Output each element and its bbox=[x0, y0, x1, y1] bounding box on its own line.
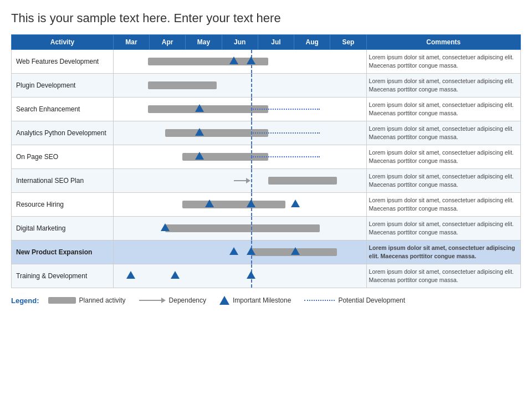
comment-1: Lorem ipsum dolor sit amet, consectetuer… bbox=[366, 50, 520, 74]
page: This is your sample text here. Enter you… bbox=[0, 0, 532, 399]
legend-dependency-label: Dependency bbox=[169, 296, 206, 304]
milestone bbox=[291, 200, 300, 207]
milestone bbox=[229, 247, 238, 255]
comment-4: Lorem ipsum dolor sit amet, consectetuer… bbox=[366, 121, 520, 145]
comment-7: Lorem ipsum dolor sit amet, consectetuer… bbox=[366, 193, 520, 217]
gantt-row-5 bbox=[113, 145, 366, 169]
col-jun: Jun bbox=[222, 35, 258, 50]
activity-name-10: Training & Development bbox=[12, 264, 114, 288]
dotted-line bbox=[251, 132, 320, 134]
activity-name-6: International SEO Plan bbox=[12, 169, 114, 193]
jul-dashed-line bbox=[251, 169, 252, 192]
gantt-row-6 bbox=[113, 169, 366, 193]
jul-dashed-line bbox=[251, 145, 252, 168]
milestone bbox=[126, 271, 135, 279]
gantt-row-2 bbox=[113, 74, 366, 98]
legend-arrow-line bbox=[139, 300, 161, 301]
comment-10: Lorem ipsum dolor sit amet, consectetuer… bbox=[366, 264, 520, 288]
col-activity: Activity bbox=[12, 35, 114, 50]
col-aug: Aug bbox=[294, 35, 330, 50]
activity-name-3: Search Enhancement bbox=[12, 98, 114, 121]
col-may: May bbox=[186, 35, 222, 50]
page-title: This is your sample text here. Enter you… bbox=[11, 11, 521, 25]
milestone bbox=[195, 104, 204, 112]
milestone bbox=[247, 271, 255, 279]
gantt-row-7 bbox=[113, 193, 366, 217]
legend-milestone: Important Milestone bbox=[219, 296, 291, 305]
activity-name-2: Plugin Development bbox=[12, 74, 114, 98]
comment-6: Lorem ipsum dolor sit amet, consectetuer… bbox=[366, 169, 520, 193]
legend-arrow-icon bbox=[139, 298, 166, 303]
gantt-bar bbox=[182, 201, 285, 208]
comment-5: Lorem ipsum dolor sit amet, consectetuer… bbox=[366, 145, 520, 169]
col-jul: Jul bbox=[258, 35, 294, 50]
legend-planned-label: Planned activity bbox=[79, 296, 126, 304]
legend-planned: Planned activity bbox=[48, 296, 126, 304]
dotted-line bbox=[251, 109, 320, 110]
legend-milestone-icon bbox=[219, 296, 229, 305]
comment-2: Lorem ipsum dolor sit amet, consectetuer… bbox=[366, 74, 520, 98]
milestone bbox=[195, 152, 204, 160]
col-comments: Comments bbox=[366, 35, 520, 50]
col-mar: Mar bbox=[113, 35, 149, 50]
legend-arrowhead bbox=[161, 298, 166, 303]
activity-name-4: Analytics Python Development bbox=[12, 121, 114, 145]
activity-name-9: New Product Expansion bbox=[12, 241, 114, 264]
gantt-row-9 bbox=[113, 241, 366, 264]
gantt-row-8 bbox=[113, 217, 366, 241]
gantt-row-1 bbox=[113, 50, 366, 74]
legend-potential: Potential Development bbox=[304, 296, 405, 304]
legend-dotted-icon bbox=[304, 300, 335, 301]
milestone bbox=[247, 247, 255, 255]
milestone bbox=[205, 200, 214, 207]
gantt-row-10 bbox=[113, 264, 366, 288]
jul-dashed-line bbox=[251, 98, 252, 121]
milestone bbox=[247, 200, 255, 207]
milestone bbox=[195, 128, 204, 136]
gantt-row-3 bbox=[113, 98, 366, 121]
milestone bbox=[171, 271, 180, 279]
gantt-table: Activity Mar Apr May Jun Jul Aug Sep Com… bbox=[11, 34, 521, 288]
activity-name-8: Digital Marketing bbox=[12, 217, 114, 241]
legend-milestone-label: Important Milestone bbox=[233, 296, 291, 304]
dep-arrow bbox=[234, 178, 250, 183]
milestone bbox=[161, 223, 170, 231]
gantt-bar bbox=[268, 177, 337, 185]
comment-3: Lorem ipsum dolor sit amet, consectetuer… bbox=[366, 98, 520, 121]
jul-dashed-line bbox=[251, 121, 252, 145]
gantt-bar bbox=[165, 224, 320, 232]
legend: Legend: Planned activity Dependency Impo… bbox=[11, 296, 521, 305]
comment-8: Lorem ipsum dolor sit amet, consectetuer… bbox=[366, 217, 520, 241]
dotted-line bbox=[251, 156, 320, 157]
jul-dashed-line bbox=[251, 217, 252, 240]
comment-9: Lorem ipsum dolor sit amet, consectetuer… bbox=[366, 241, 520, 264]
gantt-bar bbox=[148, 105, 268, 113]
legend-title: Legend: bbox=[11, 296, 39, 305]
jul-dashed-line bbox=[251, 74, 252, 97]
legend-potential-label: Potential Development bbox=[338, 296, 405, 304]
milestone bbox=[247, 57, 255, 64]
col-apr: Apr bbox=[150, 35, 186, 50]
col-sep: Sep bbox=[330, 35, 366, 50]
gantt-bar bbox=[148, 81, 217, 89]
milestone bbox=[291, 247, 300, 255]
legend-dependency: Dependency bbox=[139, 296, 206, 304]
legend-bar-icon bbox=[48, 297, 76, 304]
milestone bbox=[229, 57, 238, 64]
activity-name-7: Resource Hiring bbox=[12, 193, 114, 217]
activity-name-5: On Page SEO bbox=[12, 145, 114, 169]
gantt-row-4 bbox=[113, 121, 366, 145]
activity-name-1: Web Features Development bbox=[12, 50, 114, 74]
